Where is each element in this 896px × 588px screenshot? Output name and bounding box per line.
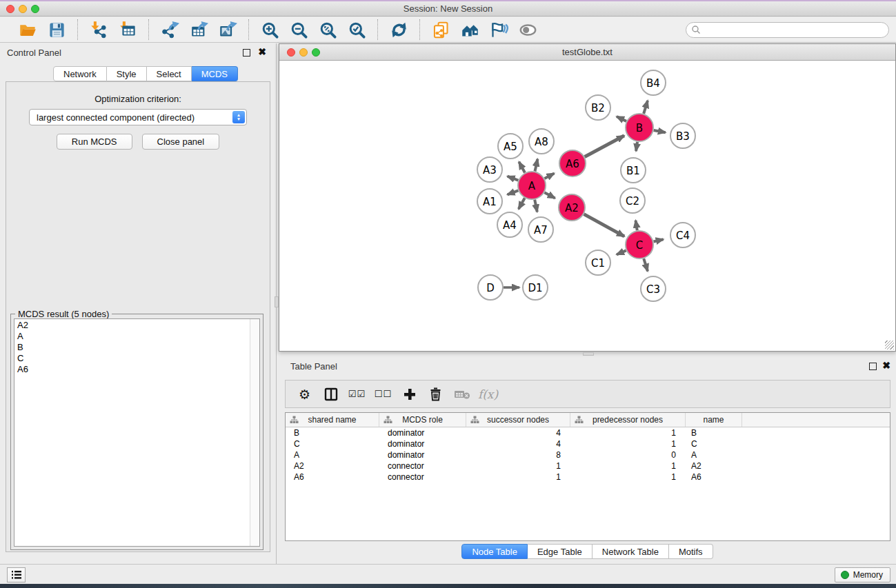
- table-cell[interactable]: C: [286, 438, 379, 449]
- export-image-button[interactable]: [217, 19, 239, 40]
- table-cell[interactable]: connector: [379, 460, 466, 472]
- list-scrollbar[interactable]: [250, 319, 259, 546]
- table-cell[interactable]: 1: [570, 472, 686, 483]
- column-header-MCDS-role[interactable]: MCDS role: [379, 413, 466, 427]
- table-cell[interactable]: B: [686, 427, 742, 438]
- table-cell[interactable]: connector: [379, 472, 466, 483]
- tab-style[interactable]: Style: [107, 66, 147, 81]
- table-cell[interactable]: 0: [570, 449, 686, 460]
- horizontal-split-handle[interactable]: [583, 352, 594, 356]
- column-header-name[interactable]: name: [686, 413, 742, 427]
- graph-node-A7[interactable]: A7: [528, 217, 553, 242]
- table-cell[interactable]: B: [286, 427, 379, 438]
- table-settings-button[interactable]: ⚙: [294, 383, 315, 405]
- run-mcds-button[interactable]: Run MCDS: [57, 134, 132, 150]
- table-row[interactable]: A6connector11A6: [286, 472, 890, 483]
- column-header-shared-name[interactable]: shared name: [286, 413, 379, 427]
- graph-node-B2[interactable]: B2: [586, 95, 610, 120]
- graph-node-C[interactable]: C: [626, 231, 653, 258]
- birdseye-view-button[interactable]: [517, 19, 539, 40]
- table-cell[interactable]: 1: [570, 438, 686, 449]
- delete-column-button[interactable]: [425, 383, 446, 405]
- edge-B-B3[interactable]: [654, 130, 666, 132]
- mcds-result-item[interactable]: A6: [17, 364, 259, 375]
- graph-node-A8[interactable]: A8: [529, 129, 554, 154]
- edge-B-B1[interactable]: [636, 142, 637, 151]
- edge-A-A5[interactable]: [519, 162, 525, 173]
- network-canvas[interactable]: B4B2BB3A8A5A6A3B1AC2A1A2A4A7C4CC1C3DD1: [279, 61, 895, 351]
- edge-C-C3[interactable]: [644, 258, 648, 271]
- table-cell[interactable]: 1: [466, 472, 570, 483]
- zoom-selected-button[interactable]: [346, 19, 368, 40]
- table-cell[interactable]: A2: [686, 460, 742, 472]
- column-header-predecessor-nodes[interactable]: predecessor nodes: [570, 413, 686, 427]
- apply-layout-button[interactable]: [388, 19, 410, 40]
- add-column-button[interactable]: [399, 383, 420, 405]
- show-all-networks-button[interactable]: [459, 19, 481, 40]
- graph-node-A4[interactable]: A4: [497, 212, 522, 237]
- table-cell[interactable]: A: [286, 449, 379, 460]
- zoom-out-button[interactable]: [288, 19, 310, 40]
- graph-node-C2[interactable]: C2: [620, 188, 645, 213]
- table-cell[interactable]: 1: [570, 460, 686, 472]
- close-panel-icon[interactable]: ✖: [258, 47, 266, 57]
- table-cell[interactable]: dominator: [379, 438, 466, 449]
- memory-button[interactable]: Memory: [835, 567, 890, 582]
- edge-A-A1[interactable]: [508, 190, 519, 194]
- graph-node-D[interactable]: D: [478, 275, 503, 300]
- import-network-button[interactable]: [88, 19, 110, 40]
- graph-node-A6[interactable]: A6: [559, 150, 586, 176]
- mcds-result-list[interactable]: A2ABCA6: [14, 318, 260, 547]
- graph-node-B[interactable]: B: [626, 114, 653, 141]
- clone-network-button[interactable]: [430, 19, 452, 40]
- edge-A-A6[interactable]: [544, 173, 554, 179]
- tab-network[interactable]: Network: [53, 66, 107, 81]
- edge-A6-B[interactable]: [585, 136, 624, 157]
- edge-C-C4[interactable]: [653, 239, 663, 241]
- edge-A-A3[interactable]: [508, 176, 519, 181]
- table-cell[interactable]: dominator: [379, 449, 466, 460]
- table-cell[interactable]: A6: [286, 472, 379, 483]
- tab-motifs[interactable]: Motifs: [669, 544, 713, 559]
- split-view-button[interactable]: [320, 383, 341, 405]
- float-table-panel-icon[interactable]: [869, 363, 877, 370]
- criterion-select[interactable]: largest connected component (directed) ▲…: [29, 109, 247, 125]
- edge-A2-C[interactable]: [584, 214, 625, 236]
- graph-node-B3[interactable]: B3: [670, 123, 695, 148]
- graph-node-A3[interactable]: A3: [477, 157, 502, 182]
- tab-node-table[interactable]: Node Table: [461, 544, 528, 559]
- edge-A-A4[interactable]: [519, 198, 525, 209]
- save-session-button[interactable]: [46, 19, 68, 40]
- column-header-successor-nodes[interactable]: successor nodes: [466, 413, 570, 427]
- graph-node-B1[interactable]: B1: [621, 158, 646, 183]
- edge-A-A2[interactable]: [544, 192, 555, 198]
- edge-B-B2[interactable]: [617, 116, 626, 121]
- mcds-result-item[interactable]: B: [17, 342, 259, 353]
- open-session-button[interactable]: [17, 19, 39, 40]
- mcds-result-item[interactable]: C: [17, 353, 259, 364]
- mcds-result-item[interactable]: A: [17, 331, 259, 342]
- table-row[interactable]: Cdominator41C: [286, 438, 890, 449]
- table-cell[interactable]: C: [686, 438, 742, 449]
- tab-select[interactable]: Select: [147, 66, 192, 81]
- zoom-in-button[interactable]: [259, 19, 281, 40]
- graph-node-C1[interactable]: C1: [586, 250, 610, 275]
- table-cell[interactable]: 8: [466, 449, 570, 460]
- graph-node-B4[interactable]: B4: [641, 70, 666, 95]
- graph-node-A1[interactable]: A1: [477, 189, 502, 214]
- window-resize-grip[interactable]: [885, 341, 894, 349]
- task-history-button[interactable]: [7, 567, 26, 582]
- mcds-result-item[interactable]: A2: [17, 320, 259, 331]
- graph-node-A2[interactable]: A2: [559, 194, 585, 221]
- tab-mcds[interactable]: MCDS: [192, 66, 238, 81]
- deselect-all-button[interactable]: ☐☐: [372, 383, 394, 405]
- table-cell[interactable]: A6: [686, 472, 742, 483]
- table-row[interactable]: Adominator80A: [286, 449, 890, 460]
- table-cell[interactable]: 4: [466, 438, 570, 449]
- close-table-panel-icon[interactable]: ✖: [882, 361, 890, 370]
- search-input[interactable]: [701, 23, 888, 36]
- toggle-graphics-details-button[interactable]: [488, 19, 510, 40]
- edge-A-A7[interactable]: [535, 200, 537, 212]
- search-box[interactable]: [686, 22, 889, 38]
- graph-node-C4[interactable]: C4: [670, 223, 695, 247]
